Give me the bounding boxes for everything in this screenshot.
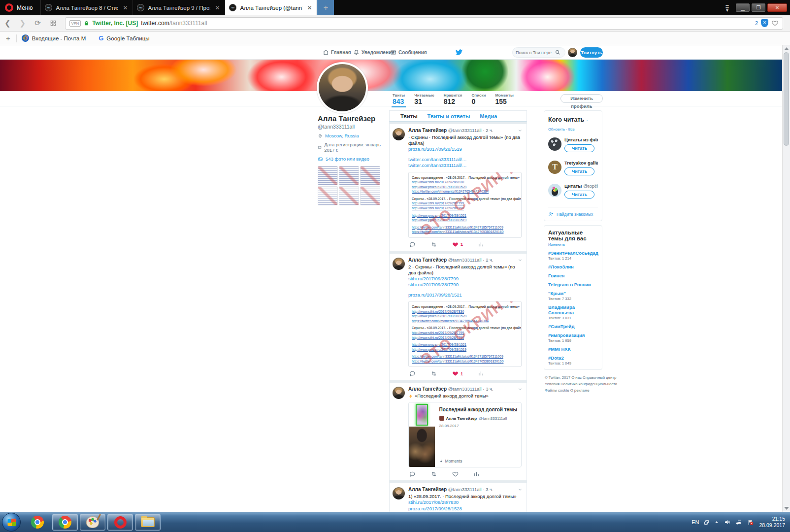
analytics-button[interactable] bbox=[473, 471, 480, 477]
tweet-button[interactable]: Твитнуть bbox=[580, 47, 603, 58]
retweet-button[interactable] bbox=[430, 370, 437, 377]
tweet-link[interactable]: stihi.ru/2017/09/28/7790 bbox=[408, 282, 522, 288]
suggestion-name[interactable]: Tretyakov gallery @Trety… bbox=[564, 160, 598, 166]
vpn-badge[interactable]: VPN bbox=[69, 20, 81, 27]
tweet-link[interactable]: stihi.ru/2017/09/28/7799 bbox=[408, 276, 522, 282]
tweet-link[interactable]: stihi.ru/2017/09/28/7830 bbox=[408, 499, 522, 506]
search-input[interactable] bbox=[516, 50, 555, 55]
reply-button[interactable] bbox=[409, 471, 416, 477]
like-button[interactable] bbox=[452, 471, 459, 477]
tweet-avatar[interactable] bbox=[393, 387, 405, 399]
suggestion-avatar-quotes[interactable] bbox=[548, 184, 561, 197]
profile-avatar[interactable] bbox=[317, 62, 368, 113]
twitter-bird-icon[interactable] bbox=[455, 49, 463, 56]
page-url[interactable]: twitter.com/tann333111all bbox=[141, 20, 207, 27]
scroll-up-arrow[interactable] bbox=[784, 47, 789, 50]
speed-dial-icon[interactable] bbox=[45, 20, 61, 27]
tab-close-icon[interactable]: ✕ bbox=[306, 4, 313, 11]
stat-lists[interactable]: Списки0 bbox=[471, 92, 487, 107]
retweet-button[interactable] bbox=[430, 241, 437, 248]
trend-item[interactable]: #импровизацияТвитов: 1 959 bbox=[548, 332, 598, 343]
window-close-button[interactable]: ✕ bbox=[767, 3, 787, 12]
start-button[interactable] bbox=[2, 513, 21, 532]
tweet-link[interactable]: twitter.com/tann333111all/… bbox=[408, 163, 522, 169]
follow-button[interactable]: Читать bbox=[564, 191, 594, 199]
footer-line[interactable]: Условия Политика конфиденциальности bbox=[545, 381, 602, 387]
nav-notifications[interactable]: Уведомления bbox=[353, 45, 395, 60]
follow-button[interactable]: Читать bbox=[564, 167, 594, 175]
tab-tweets-replies[interactable]: Твиты и ответы bbox=[428, 113, 470, 119]
media-thumbnail[interactable] bbox=[318, 186, 338, 205]
nav-messages[interactable]: Сообщения bbox=[390, 45, 427, 60]
tweet-link[interactable]: proza.ru/2017/09/28/1521 bbox=[408, 292, 522, 299]
reply-button[interactable] bbox=[409, 241, 416, 248]
tweet-avatar[interactable] bbox=[393, 258, 405, 270]
tweet-4[interactable]: Алла Тангейзер @tann333111all · 3 ч. 1) … bbox=[389, 483, 527, 512]
tweet-avatar[interactable] bbox=[393, 128, 405, 140]
browser-scrollbar[interactable] bbox=[782, 45, 790, 512]
reload-button[interactable]: ⟳ bbox=[30, 19, 45, 28]
trend-item[interactable]: Telegram в России bbox=[548, 282, 598, 287]
media-thumbnail[interactable] bbox=[360, 186, 380, 205]
tab-close-icon[interactable]: ✕ bbox=[122, 4, 129, 11]
browser-tab-1[interactable]: ∞ Алла Тангейзер 8 / Стихи ✕ bbox=[41, 0, 133, 15]
footer-line[interactable]: © Twitter, 2017 О нас Справочный центр bbox=[545, 374, 602, 381]
trend-item[interactable]: #Dota2Твитов: 1 049 bbox=[548, 355, 598, 366]
keyboard-layout-icon[interactable] bbox=[704, 520, 709, 525]
media-thumbnail[interactable] bbox=[318, 166, 338, 185]
bookmark-google-sheets[interactable]: G Google Таблицы bbox=[99, 34, 149, 42]
suggestion-avatar-film-reel[interactable] bbox=[548, 137, 561, 151]
tweet-link[interactable]: proza.ru/2017/09/28/1528 bbox=[408, 506, 522, 512]
trend-item[interactable]: #СимТрейд bbox=[548, 324, 598, 329]
stat-likes[interactable]: Нравится812 bbox=[443, 92, 463, 107]
browser-tab-3-active[interactable]: ∞ Алла Тангейзер (@tann33 ✕ bbox=[225, 0, 317, 15]
action-center-flag-icon[interactable] bbox=[747, 519, 754, 526]
edit-profile-button[interactable]: Изменить профиль bbox=[560, 94, 603, 103]
stat-following[interactable]: Читаемые31 bbox=[413, 92, 435, 107]
bookmark-mail[interactable]: @ Входящие - Почта М bbox=[22, 34, 86, 42]
scroll-down-arrow[interactable] bbox=[784, 507, 789, 510]
tweet-2[interactable]: Алла Тангейзер @tann333111all · 2 ч. 2 ·… bbox=[389, 253, 527, 381]
profile-location[interactable]: Moscow, Russia bbox=[318, 133, 383, 138]
network-icon[interactable] bbox=[735, 519, 742, 525]
taskbar-chrome-pinned[interactable] bbox=[25, 514, 50, 531]
adblock-shield-icon[interactable]: ✕ bbox=[761, 19, 768, 27]
stat-moments[interactable]: Моменты155 bbox=[494, 92, 514, 107]
tab-close-icon[interactable]: ✕ bbox=[214, 4, 221, 11]
tab-media[interactable]: Медиа bbox=[480, 113, 497, 119]
browser-menu-icon[interactable]: ━━▾ bbox=[721, 4, 734, 11]
window-minimize-button[interactable]: ▁ bbox=[736, 3, 750, 12]
new-tab-button[interactable]: + bbox=[317, 0, 334, 15]
dismiss-icon[interactable]: ✕ bbox=[594, 137, 598, 142]
dismiss-icon[interactable]: ✕ bbox=[594, 183, 598, 188]
chevron-down-icon[interactable] bbox=[518, 258, 523, 263]
profile-media-link[interactable]: 543 фото или видео bbox=[318, 156, 383, 162]
browser-tab-2[interactable]: ∞ Алла Тангейзер 9 / Проза ✕ bbox=[133, 0, 225, 15]
tweet-link[interactable]: twitter.com/tann333111all/… bbox=[408, 157, 522, 163]
back-button[interactable]: ❮ bbox=[0, 19, 15, 28]
search-box[interactable] bbox=[512, 47, 565, 58]
url-field[interactable]: VPN Twitter, Inc. [US] twitter.com/tann3… bbox=[65, 17, 783, 30]
profile-name[interactable]: Алла Тангейзер bbox=[318, 114, 383, 123]
dismiss-icon[interactable]: ✕ bbox=[594, 160, 598, 165]
language-indicator[interactable]: EN bbox=[691, 519, 699, 525]
volume-icon[interactable] bbox=[724, 519, 730, 525]
chevron-down-icon[interactable] bbox=[518, 487, 523, 492]
suggestion-name[interactable]: Цитаты @topcitata bbox=[564, 183, 598, 189]
taskbar-explorer[interactable] bbox=[135, 514, 161, 531]
tweet-image-screenshot[interactable]: Само произведение - «28.09.2017. - После… bbox=[408, 301, 522, 367]
tweet-avatar[interactable] bbox=[393, 487, 405, 499]
trend-item[interactable]: #ЗенитРеалСосьедадТвитов: 1 214 bbox=[548, 250, 598, 261]
add-bookmark-icon[interactable]: + bbox=[0, 34, 16, 42]
media-thumbnail[interactable] bbox=[339, 166, 359, 185]
view-all-link[interactable]: Все bbox=[568, 127, 575, 132]
trends-change-link[interactable]: Изменить bbox=[548, 242, 598, 247]
nav-profile-avatar[interactable] bbox=[568, 48, 577, 57]
tweet-1[interactable]: Алла Тангейзер @tann333111all · 2 ч. · С… bbox=[389, 124, 527, 251]
search-icon[interactable] bbox=[555, 50, 560, 55]
retweet-button[interactable] bbox=[430, 471, 437, 477]
tweet-3[interactable]: Алла Тангейзер @tann333111all · 3 ч. «По… bbox=[389, 382, 527, 481]
taskbar-chrome-running[interactable] bbox=[52, 514, 78, 531]
trend-item[interactable]: #ММГНХК bbox=[548, 346, 598, 352]
scrollbar-thumb[interactable] bbox=[784, 52, 789, 146]
